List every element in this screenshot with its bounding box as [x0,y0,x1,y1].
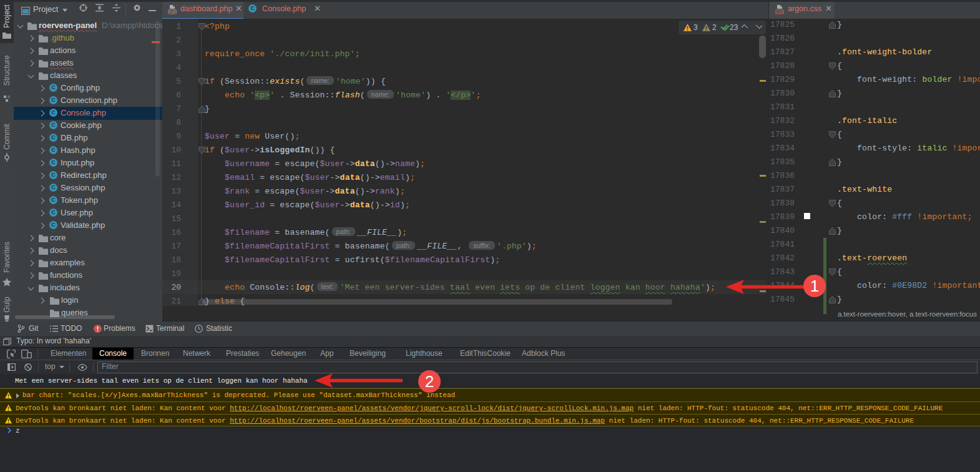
svg-text:PHP: PHP [169,10,176,14]
svg-text:CSS: CSS [776,10,783,14]
